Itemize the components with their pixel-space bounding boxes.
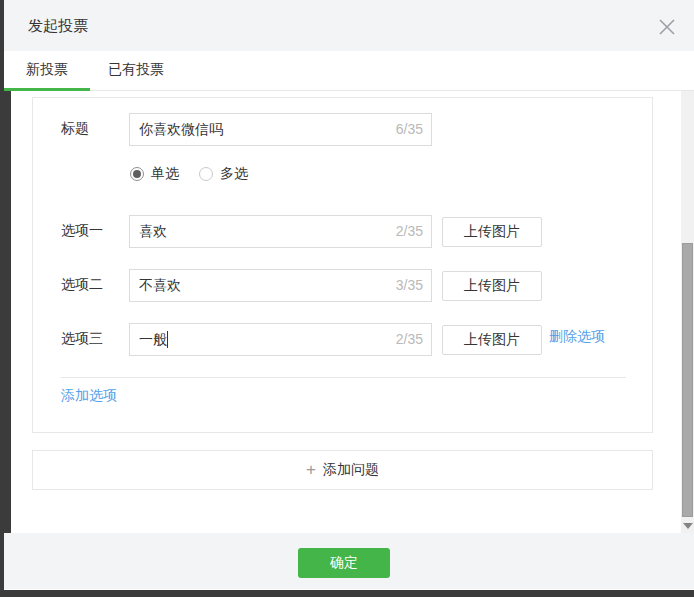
add-question-label: 添加问题 — [323, 461, 379, 479]
scrollbar-thumb[interactable] — [682, 243, 693, 517]
radio-single-label: 单选 — [151, 165, 179, 183]
radio-unselected-icon — [199, 167, 213, 181]
tab-new-poll-label: 新投票 — [26, 61, 68, 77]
title-input-wrap: 6/35 — [129, 113, 432, 146]
title-label: 标题 — [61, 120, 89, 138]
radio-single-choice[interactable]: 单选 — [130, 165, 179, 183]
dialog-title: 发起投票 — [28, 0, 88, 51]
plus-icon: + — [306, 460, 316, 480]
option2-char-counter: 3/35 — [396, 269, 423, 302]
scroll-down-icon[interactable] — [683, 523, 693, 529]
option3-label: 选项三 — [61, 330, 103, 348]
title-input[interactable] — [129, 113, 432, 146]
option2-input[interactable] — [129, 269, 432, 302]
dialog-header: 发起投票 — [4, 0, 694, 51]
radio-multi-label: 多选 — [220, 165, 248, 183]
page-overlay-edge — [4, 91, 11, 533]
text-caret — [167, 331, 168, 348]
option2-input-wrap: 3/35 — [129, 269, 432, 302]
option3-char-counter: 2/35 — [396, 323, 423, 356]
radio-multi-choice[interactable]: 多选 — [199, 165, 248, 183]
option3-upload-image-button[interactable]: 上传图片 — [442, 325, 542, 355]
option2-upload-image-button[interactable]: 上传图片 — [442, 271, 542, 301]
option3-input[interactable] — [129, 323, 432, 356]
question-card: 标题 6/35 单选 多选 选项一 2/35 — [32, 97, 653, 433]
tab-bar: 新投票 已有投票 — [4, 51, 694, 91]
option2-label: 选项二 — [61, 276, 103, 294]
tab-new-poll[interactable]: 新投票 — [4, 51, 90, 91]
option1-label: 选项一 — [61, 222, 103, 240]
option1-input-wrap: 2/35 — [129, 215, 432, 248]
add-question-button[interactable]: + 添加问题 — [32, 450, 653, 490]
vertical-scrollbar[interactable] — [681, 91, 694, 533]
title-char-counter: 6/35 — [396, 113, 423, 146]
option1-upload-image-button[interactable]: 上传图片 — [442, 217, 542, 247]
page-background: { "dialog": { "title": "发起投票", "close_ic… — [0, 0, 694, 597]
option3-input-wrap: 2/35 — [129, 323, 432, 356]
dialog-footer: 确定 — [4, 533, 694, 589]
close-icon[interactable] — [658, 18, 676, 36]
create-poll-dialog: 发起投票 新投票 已有投票 标题 6/35 — [4, 0, 694, 590]
option1-char-counter: 2/35 — [396, 215, 423, 248]
choice-mode-group: 单选 多选 — [130, 164, 268, 184]
tab-existing-poll[interactable]: 已有投票 — [90, 51, 182, 91]
option1-input[interactable] — [129, 215, 432, 248]
add-option-link[interactable]: 添加选项 — [61, 387, 117, 405]
tab-existing-poll-label: 已有投票 — [108, 61, 164, 77]
card-divider — [61, 377, 626, 378]
radio-selected-icon — [130, 167, 144, 181]
confirm-button[interactable]: 确定 — [298, 548, 390, 578]
option3-delete-link[interactable]: 删除选项 — [549, 328, 605, 346]
